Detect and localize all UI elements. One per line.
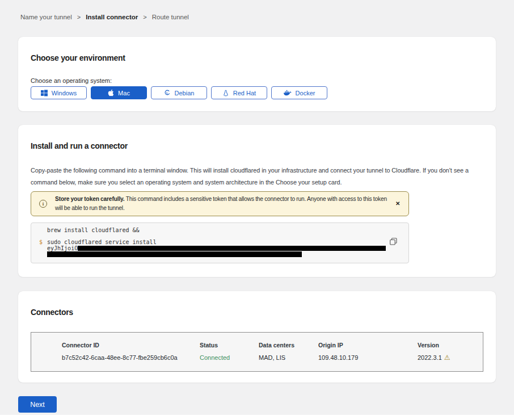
command-code-block: brew install cloudflared && $ sudo cloud… bbox=[31, 222, 409, 263]
os-label: Choose an operating system: bbox=[31, 77, 483, 85]
table-header-row: Connector ID Status Data centers Origin … bbox=[62, 341, 483, 350]
connector-id-value: b7c52c42-6caa-48ee-8c77-fbe259cb6c0a bbox=[62, 353, 200, 362]
os-button-label: Red Hat bbox=[233, 90, 256, 96]
install-description: Copy-paste the following command into a … bbox=[31, 165, 483, 188]
os-button-windows[interactable]: Windows bbox=[31, 86, 87, 99]
connectors-table: Connector ID Status Data centers Origin … bbox=[31, 332, 483, 372]
os-button-redhat[interactable]: Red Hat bbox=[211, 86, 267, 99]
redacted-token-bar bbox=[78, 246, 386, 251]
token-warning-banner: i Store your token carefully. This comma… bbox=[31, 191, 409, 216]
os-button-debian[interactable]: Debian bbox=[151, 86, 207, 99]
os-button-label: Mac bbox=[118, 90, 130, 96]
status-badge: Connected bbox=[200, 353, 259, 362]
os-button-label: Windows bbox=[52, 90, 77, 96]
col-origin-ip: Origin IP bbox=[318, 341, 418, 350]
shell-prompt: $ bbox=[39, 240, 47, 257]
connectors-card-title: Connectors bbox=[31, 308, 483, 317]
debian-logo-icon bbox=[164, 90, 171, 96]
breadcrumb: Name your tunnel > Install connector > R… bbox=[0, 0, 514, 20]
choose-environment-card: Choose your environment Choose an operat… bbox=[18, 37, 496, 111]
next-button[interactable]: Next bbox=[18, 396, 57, 413]
breadcrumb-separator: > bbox=[143, 14, 146, 20]
version-warning-icon: ⚠ bbox=[444, 354, 450, 362]
breadcrumb-separator: > bbox=[77, 14, 81, 20]
col-data-centers: Data centers bbox=[259, 341, 318, 350]
docker-logo-icon bbox=[284, 90, 292, 96]
install-card-title: Install and run a connector bbox=[31, 141, 483, 151]
col-version: Version bbox=[418, 341, 483, 350]
redhat-logo-icon bbox=[222, 90, 229, 96]
col-status: Status bbox=[200, 341, 259, 350]
breadcrumb-install-connector[interactable]: Install connector bbox=[86, 14, 138, 20]
install-connector-card: Install and run a connector Copy-paste t… bbox=[18, 125, 496, 277]
os-button-docker[interactable]: Docker bbox=[271, 86, 327, 99]
info-icon: i bbox=[39, 200, 47, 208]
table-row: b7c52c42-6caa-48ee-8c77-fbe259cb6c0a Con… bbox=[62, 353, 483, 362]
os-button-label: Debian bbox=[175, 90, 195, 96]
breadcrumb-route-tunnel[interactable]: Route tunnel bbox=[152, 14, 189, 20]
breadcrumb-name-your-tunnel[interactable]: Name your tunnel bbox=[20, 14, 72, 20]
close-icon[interactable]: ✕ bbox=[394, 200, 402, 208]
origin-ip-value: 109.48.10.179 bbox=[318, 353, 418, 362]
col-connector-id: Connector ID bbox=[62, 341, 200, 350]
version-value: 2022.3.1⚠ bbox=[418, 353, 483, 362]
data-centers-value: MAD, LIS bbox=[259, 353, 318, 362]
os-button-label: Docker bbox=[296, 90, 315, 96]
redacted-token-bar bbox=[47, 251, 302, 257]
command-line-1: brew install cloudflared && bbox=[39, 228, 401, 233]
apple-logo-icon bbox=[108, 89, 114, 96]
connectors-card: Connectors Connector ID Status Data cent… bbox=[18, 291, 496, 383]
os-button-mac[interactable]: Mac bbox=[91, 86, 147, 99]
warning-title: Store your token carefully. bbox=[55, 196, 125, 202]
command-line-2: sudo cloudflared service install bbox=[47, 240, 386, 245]
windows-logo-icon bbox=[41, 90, 48, 96]
os-button-row: Windows Mac Debian Red Hat Docker bbox=[31, 86, 483, 99]
page: Name your tunnel > Install connector > R… bbox=[0, 0, 514, 415]
copy-icon[interactable] bbox=[390, 238, 397, 245]
environment-card-title: Choose your environment bbox=[31, 53, 483, 63]
